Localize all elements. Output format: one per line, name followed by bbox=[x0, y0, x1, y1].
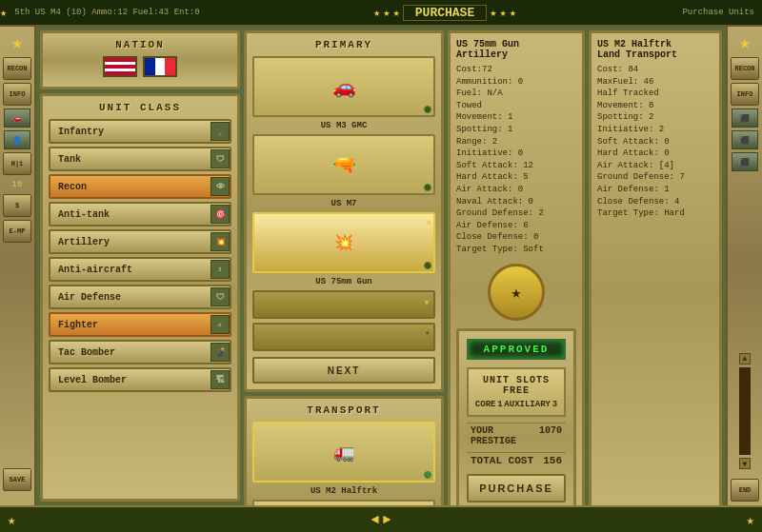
scroll-up[interactable]: ▲ bbox=[739, 353, 751, 365]
nation-title: NATION bbox=[49, 39, 231, 50]
purchase-btn[interactable]: PURCHASE bbox=[467, 474, 566, 502]
scroll-down[interactable]: ▼ bbox=[739, 458, 751, 469]
unit-class-panel: UNIT CLASS Infantry 🪖 Tank 🛡 Recon 👁 bbox=[40, 93, 240, 502]
transport-1-dot bbox=[424, 471, 431, 479]
number-display: 10 bbox=[10, 178, 25, 191]
unit-class-artillery[interactable]: Artillery 💥 bbox=[49, 229, 231, 254]
stat-spotting: Spotting: 1 bbox=[456, 124, 576, 136]
unit-info: 5th US M4 (10) Ammo:12 Fuel:43 Ent:0 bbox=[7, 8, 207, 17]
right-sidebar-star: ★ bbox=[739, 30, 751, 54]
stat-cost: Cost:72 bbox=[456, 64, 576, 76]
top-header: ★ 5th US M4 (10) Ammo:12 Fuel:43 Ent:0 ★… bbox=[0, 0, 762, 27]
unit-class-tank[interactable]: Tank 🛡 bbox=[49, 147, 231, 171]
unit-class-tacbomber[interactable]: Tac Bomber 💣 bbox=[49, 340, 231, 365]
stat-hard-attack: Hard Attack: 5 bbox=[456, 171, 576, 184]
primary-next-btn[interactable]: NEXT bbox=[252, 357, 435, 384]
main-content: NATION UNIT CLASS Infantry 🪖 Tank bbox=[36, 27, 726, 505]
transport-unit-2[interactable]: 🚐 ★ bbox=[252, 500, 435, 505]
unit-class-fighter[interactable]: Fighter ✈ bbox=[49, 312, 231, 337]
unit-class-title: UNIT CLASS bbox=[49, 102, 231, 113]
end-right-btn[interactable]: END bbox=[731, 479, 759, 502]
primary-unit-title: US 75mm Gun Artillery bbox=[456, 39, 576, 60]
us-flag[interactable] bbox=[103, 56, 137, 77]
tr-stat-close: Close Defense: 4 bbox=[597, 196, 713, 208]
scroll-left-btn[interactable]: ◄ bbox=[371, 512, 379, 527]
fighter-icon: ✈ bbox=[211, 315, 230, 334]
aux-value: 3 bbox=[552, 400, 557, 409]
left-sidebar-star: ★ bbox=[11, 30, 23, 54]
unit-2-star: ★ bbox=[426, 138, 431, 149]
unit-class-airdefense[interactable]: Air Defense 🛡 bbox=[49, 285, 231, 309]
unit-1-img: 🚗 bbox=[332, 75, 356, 99]
gold-emblem: ★ bbox=[456, 264, 576, 321]
unit-3-img: 💥 bbox=[334, 233, 353, 252]
unit-1-star: ★ bbox=[426, 60, 431, 71]
scroll-right-btn[interactable]: ► bbox=[383, 512, 391, 527]
purchase-title: PURCHASE bbox=[403, 5, 487, 21]
transport-unit-title: US M2 Halftrk Land Transport bbox=[597, 39, 713, 60]
airdefense-icon: 🛡 bbox=[211, 287, 230, 306]
slots-box: UNIT SLOTS FREE CORE 1 AUXILIARY 3 bbox=[467, 367, 566, 417]
transport-2-star: ★ bbox=[426, 503, 431, 505]
tacbomber-icon: 💣 bbox=[211, 343, 230, 362]
unit-class-antitank[interactable]: Anti-tank 🎯 bbox=[49, 202, 231, 227]
aux-label: AUXILIARY bbox=[504, 400, 551, 409]
total-cost-value: 156 bbox=[543, 455, 562, 466]
stat-fuel: Fuel: N/A bbox=[456, 88, 576, 100]
unit-class-antiaircraft[interactable]: Anti-aircraft ⬆ bbox=[49, 257, 231, 282]
stat-movement: Movement: 1 bbox=[456, 111, 576, 124]
tank-class-icon: 🛡 bbox=[211, 149, 230, 168]
info-right-btn[interactable]: INFO bbox=[731, 83, 759, 106]
middle-panel: PRIMARY 🚗 ★ US M3 GMC 🔫 ★ US M7 bbox=[244, 30, 444, 502]
unit-class-levelbomber[interactable]: Level Bomber 🏗 bbox=[49, 367, 231, 392]
header-star-6: ★ bbox=[510, 6, 516, 20]
tr-stat-air: Air Attack: [4] bbox=[597, 160, 713, 172]
tr-stat-fuel: MaxFuel: 46 bbox=[597, 76, 713, 89]
bottom-controls: ◄ ► bbox=[371, 512, 391, 527]
tr-stat-soft: Soft Attack: 0 bbox=[597, 136, 713, 148]
unit-3-dot bbox=[424, 262, 431, 269]
header-star-1: ★ bbox=[373, 6, 380, 20]
screen: ★ 5th US M4 (10) Ammo:12 Fuel:43 Ent:0 ★… bbox=[0, 0, 762, 532]
nation-panel: NATION bbox=[40, 30, 240, 89]
stat-target-type: Target Type: Soft bbox=[456, 244, 576, 256]
unit-class-recon[interactable]: Recon 👁 bbox=[49, 174, 231, 199]
stat-range: Range: 2 bbox=[456, 136, 576, 148]
header-star-5: ★ bbox=[499, 6, 506, 20]
right-icon-2: ⬛ bbox=[732, 130, 758, 149]
dollar-btn[interactable]: $ bbox=[3, 194, 31, 217]
right-icon-1: ⬛ bbox=[732, 108, 758, 128]
header-star-2: ★ bbox=[383, 6, 390, 20]
left-panel: NATION UNIT CLASS Infantry 🪖 Tank bbox=[40, 30, 240, 502]
core-value: 1 bbox=[497, 400, 502, 409]
recon-btn[interactable]: RECON bbox=[3, 57, 31, 80]
recon-right-btn[interactable]: RECON bbox=[731, 57, 759, 80]
slots-title: UNIT SLOTS FREE bbox=[474, 375, 558, 396]
tr-stat-initiative: Initiative: 2 bbox=[597, 124, 713, 136]
save-btn[interactable]: SAVE bbox=[3, 468, 31, 491]
primary-unit-1[interactable]: 🚗 ★ bbox=[252, 56, 435, 117]
header-star-3: ★ bbox=[393, 6, 400, 20]
info-btn[interactable]: INFO bbox=[3, 83, 31, 106]
transport-unit-1[interactable]: 🚛 ★ bbox=[252, 422, 435, 483]
stat-air-def: Air Defense: 6 bbox=[456, 220, 576, 232]
stat-close-def: Close Defense: 0 bbox=[456, 231, 576, 244]
stats-area: US 75mm Gun Artillery Cost:72 Ammunition… bbox=[448, 30, 722, 505]
tr-stat-spotting: Spotting: 2 bbox=[597, 111, 713, 124]
stat-towed: Towed bbox=[456, 100, 576, 112]
emp-btn[interactable]: E-MP bbox=[3, 220, 31, 243]
france-flag[interactable] bbox=[143, 56, 177, 77]
stat-naval-attack: Naval Attack: 0 bbox=[456, 196, 576, 208]
recon-icon: 👁 bbox=[211, 177, 230, 196]
h1-btn[interactable]: H|1 bbox=[3, 152, 31, 175]
primary-unit-2[interactable]: 🔫 ★ bbox=[252, 134, 435, 195]
total-cost-row: TOTAL COST 156 bbox=[467, 452, 566, 468]
unit-class-infantry[interactable]: Infantry 🪖 bbox=[49, 119, 231, 144]
squad-icon: 👤 bbox=[4, 130, 30, 149]
transport-1-img: 🚛 bbox=[333, 442, 354, 463]
primary-title: PRIMARY bbox=[252, 39, 435, 50]
unit-3-star: ★ bbox=[426, 216, 431, 227]
primary-unit-3[interactable]: 💥 ★ bbox=[252, 212, 435, 273]
nation-flags bbox=[49, 56, 231, 77]
bottom-left-star: ★ bbox=[8, 512, 15, 528]
